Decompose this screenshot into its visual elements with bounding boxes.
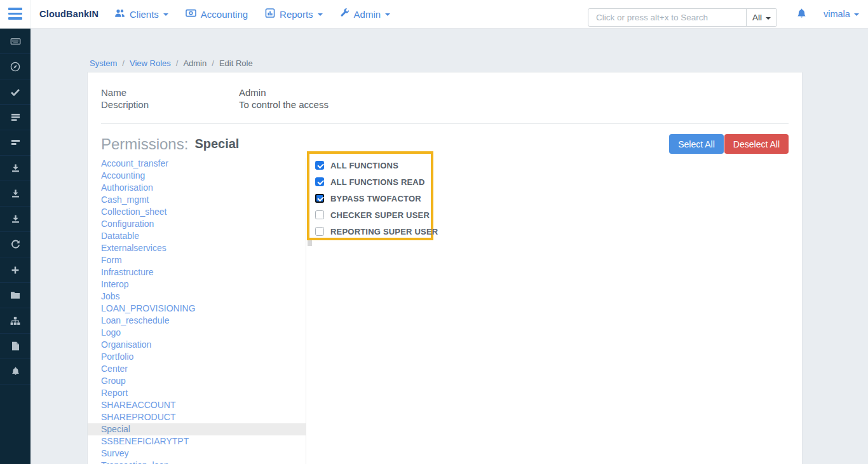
sidebar-item-download-3[interactable] (0, 207, 31, 232)
sidebar-item-notifications[interactable] (0, 359, 31, 385)
breadcrumb-item[interactable]: Edit Role (207, 58, 252, 68)
permission-group-link[interactable]: Infrastructure (88, 266, 306, 278)
selected-group-title: Special (194, 137, 239, 151)
download-icon (11, 189, 20, 198)
list-icon (11, 113, 20, 121)
role-info: Name Admin Description To control the ac… (88, 72, 802, 111)
permission-group-link[interactable]: Form (88, 254, 306, 266)
nav-clients[interactable]: Clients (114, 8, 168, 20)
permission-group-link[interactable]: Loan_reschedule (88, 315, 306, 327)
resize-grip (308, 240, 312, 246)
sidebar-item-keyboard[interactable] (0, 29, 31, 54)
search-input[interactable] (588, 9, 746, 26)
nav-admin[interactable]: Admin (340, 8, 391, 20)
file-icon (11, 341, 20, 351)
permission-group-link[interactable]: Jobs (88, 290, 306, 303)
permission-group-link[interactable]: Logo (88, 327, 306, 339)
nav-accounting[interactable]: Accounting (186, 8, 248, 20)
permission-group-link[interactable]: Organisation (88, 339, 306, 351)
permission-group-link[interactable]: SHAREACCOUNT (88, 399, 306, 411)
edit-role-card: Name Admin Description To control the ac… (87, 72, 803, 464)
keyboard-icon (10, 36, 21, 46)
sidebar-item-add[interactable] (0, 257, 31, 283)
permission-group-link[interactable]: Interop (88, 278, 306, 290)
permission-group-link[interactable]: Externalservices (88, 242, 306, 254)
permission-group-link[interactable]: Portfolio (88, 351, 306, 363)
sidebar-item-list[interactable] (0, 105, 31, 130)
sidebar-item-list-alt[interactable] (0, 130, 31, 156)
sidebar-item-sitemap[interactable] (0, 308, 31, 334)
description-label: Description (101, 99, 239, 111)
permission-group-link[interactable]: Authorisation (88, 182, 306, 194)
sidebar-item-download-1[interactable] (0, 156, 31, 181)
left-sidebar (0, 29, 31, 464)
compass-icon (10, 62, 20, 72)
hamburger-menu-icon[interactable] (8, 8, 22, 20)
permission-checkbox[interactable] (315, 227, 324, 236)
permission-group-link[interactable]: Cash_mgmt (88, 194, 306, 206)
permission-group-link[interactable]: Account_transfer (88, 158, 306, 170)
topbar: CloudBankIN Clients Accounting Reports (0, 0, 868, 29)
permission-group-link[interactable]: Survey (88, 447, 306, 460)
notifications-bell-icon[interactable] (796, 8, 807, 22)
sidebar-item-folder[interactable] (0, 283, 31, 308)
permission-checkbox[interactable] (315, 161, 324, 170)
permission-group-link[interactable]: Configuration (88, 218, 306, 230)
folder-icon (10, 291, 20, 299)
plus-icon (11, 266, 20, 275)
topbar-divider (31, 0, 31, 28)
permissions-title: Permissions: (101, 135, 188, 153)
sidebar-item-download-2[interactable] (0, 181, 31, 207)
section-divider (101, 123, 789, 124)
user-menu[interactable]: vimala (824, 0, 859, 28)
permission-group-link[interactable]: Accounting (88, 170, 306, 182)
breadcrumb-item[interactable]: View Roles (117, 58, 170, 68)
refresh-icon (11, 240, 20, 249)
permission-group-link[interactable]: Group (88, 375, 306, 387)
permission-group-link[interactable]: Special (88, 423, 306, 435)
bell-icon (11, 367, 20, 377)
permission-group-link[interactable]: Datatable (88, 230, 306, 242)
permission-checkbox[interactable] (315, 177, 324, 186)
permission-row: CHECKER SUPER USER (315, 207, 431, 223)
permission-label: REPORTING SUPER USER (330, 227, 438, 236)
sidebar-item-refresh[interactable] (0, 232, 31, 257)
permission-group-link[interactable]: SHAREPRODUCT (88, 411, 306, 423)
search-filter-dropdown[interactable]: All (746, 9, 776, 26)
permission-row: BYPASS TWOFACTOR (315, 190, 431, 207)
check-icon (10, 88, 20, 97)
download-icon (11, 214, 20, 224)
breadcrumb-item[interactable]: Admin (171, 58, 207, 68)
nav-reports[interactable]: Reports (265, 8, 323, 20)
select-all-button[interactable]: Select All (669, 134, 724, 154)
role-description-row: Description To control the access (101, 99, 789, 111)
permission-checkbox[interactable] (315, 210, 324, 219)
permission-group-link[interactable]: Report (88, 387, 306, 399)
download-icon (11, 163, 20, 173)
sidebar-item-check[interactable] (0, 79, 31, 105)
list-alt-icon (11, 139, 20, 146)
sidebar-item-document[interactable] (0, 334, 31, 359)
permission-label: BYPASS TWOFACTOR (330, 194, 421, 203)
permission-checkbox[interactable] (315, 194, 324, 203)
chevron-down-icon (854, 13, 859, 16)
role-name-row: Name Admin (101, 86, 789, 99)
description-value: To control the access (239, 99, 789, 111)
permission-group-link[interactable]: Transaction_loan (88, 460, 306, 464)
app-logo: CloudBankIN (39, 0, 98, 28)
sidebar-item-compass[interactable] (0, 54, 31, 79)
permission-group-link[interactable]: Collection_sheet (88, 206, 306, 218)
chevron-down-icon (766, 17, 771, 20)
permission-row: REPORTING SUPER USER (315, 223, 431, 240)
breadcrumb-item[interactable]: System (90, 58, 117, 68)
deselect-all-button[interactable]: Deselect All (724, 134, 789, 154)
permission-group-link[interactable]: LOAN_PROVISIONING (88, 303, 306, 315)
breadcrumb: SystemView RolesAdminEdit Role (90, 58, 253, 68)
permission-group-link[interactable]: SSBENEFICIARYTPT (88, 435, 306, 447)
chevron-down-icon (163, 13, 168, 16)
permission-label: ALL FUNCTIONS (330, 161, 398, 170)
global-search: All (588, 8, 777, 27)
permission-group-link[interactable]: Center (88, 363, 306, 375)
permission-label: ALL FUNCTIONS READ (330, 177, 425, 187)
name-label: Name (101, 86, 239, 99)
